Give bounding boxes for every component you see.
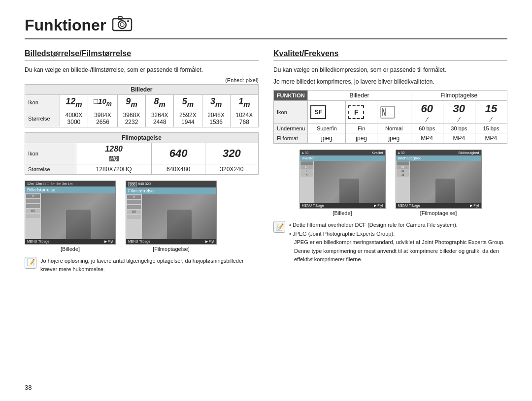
filformat-2: jpeg (346, 133, 377, 144)
svg-point-4 (127, 20, 129, 22)
right-screenshot-film-caption: [Filmoptagelse] (420, 210, 457, 216)
billeder-col-header: Billeder (308, 91, 411, 101)
svg-rect-3 (118, 17, 122, 19)
filmoptagelse-col-header: Filmoptagelse (411, 91, 507, 101)
icon-10m: □10m (88, 95, 118, 110)
ikon-label-billeder: Ikon (25, 95, 60, 110)
undermenu-15bps: 15 bps (475, 124, 507, 133)
left-note: 📝 Jo højere opløsning, jo lavere antal t… (25, 257, 259, 274)
icon-f: F (346, 101, 377, 124)
storrelse-label-billeder: Størrelse (25, 110, 60, 127)
icon-n (377, 101, 411, 124)
page-number: 38 (25, 384, 32, 391)
svg-point-2 (120, 23, 124, 27)
icon-12m: 12m (60, 95, 88, 110)
undermenu-fin: Fin (346, 124, 377, 133)
undermenu-60bps: 60 bps (411, 124, 443, 133)
screenshot-film: 300640 320 Filmstørrelse ● ISO (126, 181, 217, 252)
size-3m: 2048X1536 (202, 110, 230, 127)
undermenu-normal: Normal (377, 124, 411, 133)
size-5m: 2592X1944 (174, 110, 202, 127)
right-screenshot-film: ● 30Bildhastighed Bildhastighed 60 30 15 (396, 150, 482, 216)
billeder-header: Billeder (25, 85, 259, 95)
icon-9m: 9m (117, 95, 145, 110)
filformat-6: MP4 (475, 133, 507, 144)
ikon-label-quality: Ikon (274, 101, 308, 124)
title-text: Funktioner (25, 16, 106, 34)
icon-15fps: 15𝑓 (475, 101, 507, 124)
filformat-3: jpeg (377, 133, 411, 144)
filformat-label: Filformat (274, 133, 308, 144)
icon-320: 320 (205, 143, 258, 164)
right-desc2: Jo mere billedet komprimeres, jo lavere … (273, 77, 507, 86)
undermenu-30bps: 30 bps (443, 124, 475, 133)
size-640: 640X480 (152, 164, 205, 174)
icon-60fps: 60𝑓 (411, 101, 443, 124)
right-section-title: Kvalitet/Frekvens (273, 49, 507, 61)
filformat-4: MP4 (411, 133, 443, 144)
left-note-text: Jo højere opløsning, jo lavere antal til… (40, 257, 259, 274)
storrelse-label-film: Størrelse (25, 164, 76, 174)
ikon-label-film: Ikon (25, 143, 76, 164)
icon-sf: SF (308, 101, 346, 124)
page-title: Funktioner (25, 15, 507, 39)
size-10m: 3984X2656 (88, 110, 118, 127)
right-desc1: Du kan vælge en billedkompression, som e… (273, 65, 507, 74)
filmoptagelse-header: Filmoptagelse (25, 132, 259, 143)
right-screenshot-billede-caption: [Billede] (332, 210, 352, 216)
size-8m: 3264X2448 (146, 110, 174, 127)
filformat-1: jpeg (308, 133, 346, 144)
undermenu-label: Undermenu (274, 124, 308, 133)
size-1280: 1280X720HQ (76, 164, 152, 174)
icon-1m: 1m (230, 95, 258, 110)
note-icon-right: 📝 (273, 221, 285, 233)
camera-icon (112, 15, 133, 35)
left-section-title: Billedstørrelse/Filmstørrelse (25, 49, 259, 61)
right-screenshot-billede: ● 30Kvalitet Kvalitet SF F N (299, 150, 386, 216)
enhed-text: (Enhed: pixel) (25, 77, 259, 83)
size-320: 320X240 (205, 164, 258, 174)
icon-3m: 3m (202, 95, 230, 110)
icon-5m: 5m (174, 95, 202, 110)
size-12m: 4000X3000 (60, 110, 88, 127)
icon-30fps: 30𝑓 (443, 101, 475, 124)
right-note-text: • Dette filformat overholder DCF (Design… (289, 221, 507, 264)
filformat-5: MP4 (443, 133, 475, 144)
undermenu-superfin: Superfin (308, 124, 346, 133)
icon-8m: 8m (146, 95, 174, 110)
icon-640: 640 (152, 143, 205, 164)
funktion-col-header: FUNKTION (274, 91, 308, 101)
note-icon-left: 📝 (25, 257, 36, 269)
size-9m: 3968X2232 (117, 110, 145, 127)
icon-1280: 1280HQ (76, 143, 152, 164)
svg-point-1 (118, 21, 126, 29)
screenshot-film-caption: [Filmoptagelse] (153, 246, 190, 252)
screenshot-billede-caption: [Billede] (61, 246, 80, 252)
right-note: 📝 • Dette filformat overholder DCF (Desi… (273, 221, 507, 264)
left-desc: Du kan vælge en billede-/filmstørrelse, … (25, 65, 259, 74)
screenshot-billede: 12m12m□□8m 5m 3m 1m Billedstørrelse ● IS… (25, 181, 116, 252)
size-1m: 1024X768 (230, 110, 258, 127)
